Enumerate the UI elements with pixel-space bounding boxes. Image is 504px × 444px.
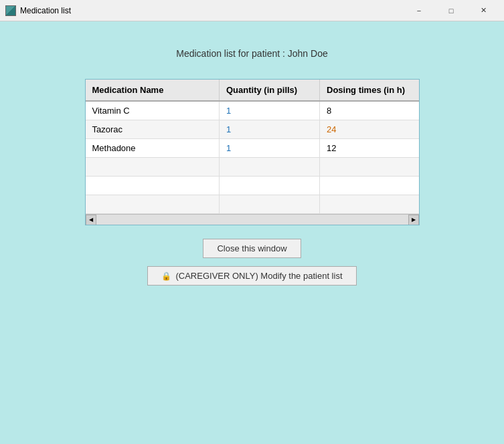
lock-icon: 🔒 xyxy=(161,271,171,281)
cell-medication-name: Methadone xyxy=(86,139,220,158)
close-this-window-button[interactable]: Close this window xyxy=(203,239,301,258)
cell-dosing: 12 xyxy=(320,139,420,158)
cell-dosing xyxy=(320,158,420,177)
minimize-button[interactable]: − xyxy=(404,0,434,21)
scroll-track[interactable] xyxy=(96,215,408,225)
col-header-quantity: Quantity (in pills) xyxy=(220,80,320,101)
cell-dosing: 8 xyxy=(320,101,420,120)
cell-quantity xyxy=(220,195,320,214)
cell-quantity: 1 xyxy=(220,101,320,120)
medication-table-container: Medication Name Quantity (in pills) Dosi… xyxy=(85,79,420,225)
window-title: Medication list xyxy=(20,6,404,15)
table-row: Vitamin C18 xyxy=(86,101,420,120)
table-row: Tazorac124 xyxy=(86,120,420,139)
scroll-right-arrow[interactable]: ▶ xyxy=(408,215,419,225)
cell-dosing xyxy=(320,177,420,195)
col-header-dosing: Dosing times (in h) xyxy=(320,80,420,101)
cell-quantity xyxy=(220,158,320,177)
caregiver-modify-button[interactable]: 🔒 (CAREGIVER ONLY) Modify the patient li… xyxy=(147,266,356,286)
app-icon xyxy=(5,5,16,16)
main-content: Medication list for patient : John Doe M… xyxy=(0,21,504,444)
scroll-left-arrow[interactable]: ◀ xyxy=(86,215,96,225)
cell-medication-name: Vitamin C xyxy=(86,101,220,120)
cell-medication-name xyxy=(86,158,220,177)
table-row: Methadone112 xyxy=(86,139,420,158)
cell-quantity xyxy=(220,177,320,195)
horizontal-scrollbar[interactable]: ◀ ▶ xyxy=(86,214,419,225)
table-row xyxy=(86,177,420,195)
patient-header: Medication list for patient : John Doe xyxy=(176,48,327,59)
cell-medication-name xyxy=(86,195,220,214)
medication-table: Medication Name Quantity (in pills) Dosi… xyxy=(86,80,420,214)
maximize-button[interactable]: □ xyxy=(436,0,467,21)
cell-dosing xyxy=(320,195,420,214)
close-window-button[interactable]: ✕ xyxy=(468,0,499,21)
title-bar-controls: − □ ✕ xyxy=(404,0,499,21)
col-header-name: Medication Name xyxy=(86,80,220,101)
table-body: Vitamin C18Tazorac124Methadone112 xyxy=(86,101,420,214)
cell-medication-name xyxy=(86,177,220,195)
caregiver-modify-label: (CAREGIVER ONLY) Modify the patient list xyxy=(175,271,342,281)
cell-medication-name: Tazorac xyxy=(86,120,220,139)
cell-quantity: 1 xyxy=(220,139,320,158)
table-row xyxy=(86,195,420,214)
title-bar: Medication list − □ ✕ xyxy=(0,0,504,21)
table-header-row: Medication Name Quantity (in pills) Dosi… xyxy=(86,80,420,101)
table-row xyxy=(86,158,420,177)
cell-quantity: 1 xyxy=(220,120,320,139)
cell-dosing: 24 xyxy=(320,120,420,139)
